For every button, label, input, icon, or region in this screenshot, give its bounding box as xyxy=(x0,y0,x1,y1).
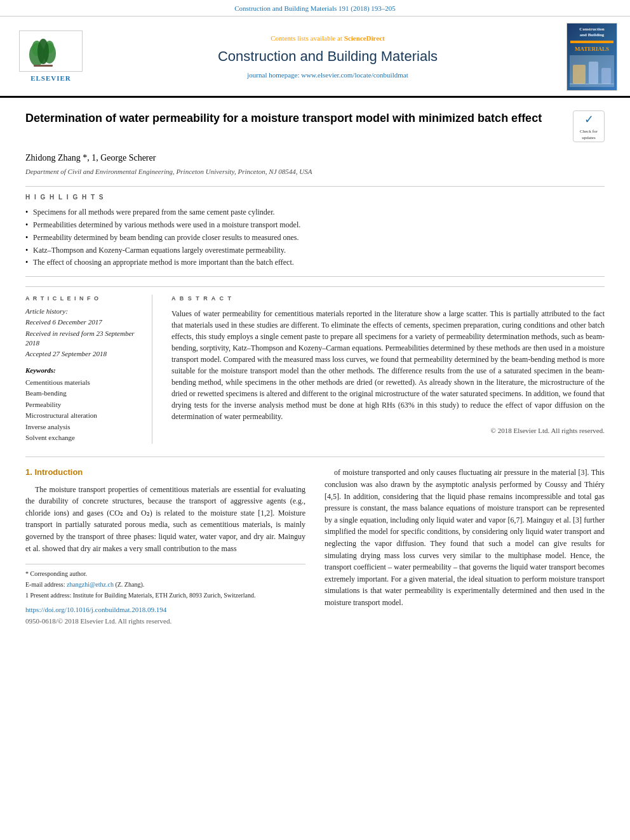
sciencedirect-text: ScienceDirect xyxy=(344,34,385,42)
cover-materials-text: MATERIALS xyxy=(575,45,609,53)
article-info-label: A R T I C L E I N F O xyxy=(25,295,142,303)
issn-line: 0950-0618/© 2018 Elsevier Ltd. All right… xyxy=(25,617,305,626)
journal-main-title: Construction and Building Materials xyxy=(102,47,554,67)
highlight-text-1: Specimens for all methods were prepared … xyxy=(33,208,275,217)
received-date: Received 6 December 2017 xyxy=(25,317,142,327)
keyword-1: Cementitious materials xyxy=(25,378,142,387)
introduction-section: 1. Introduction The moisture transport p… xyxy=(25,457,605,626)
cover-art-svg xyxy=(570,55,614,87)
highlight-text-3: Permeability determined by beam bending … xyxy=(33,233,299,242)
svg-rect-6 xyxy=(34,65,53,67)
journal-cover-image: Construction and Building MATERIALS xyxy=(566,23,617,91)
check-updates-badge: ✓ Check for updates xyxy=(573,110,605,142)
keyword-6: Solvent exchange xyxy=(25,433,142,443)
svg-rect-8 xyxy=(573,65,586,84)
keywords-label: Keywords: xyxy=(25,366,142,375)
journal-header: ELSEVIER Contents lists available at Sci… xyxy=(0,17,630,98)
elsevier-logo: ELSEVIER xyxy=(13,30,89,83)
list-item: The effect of choosing an appropriate me… xyxy=(25,257,605,268)
svg-rect-9 xyxy=(589,62,598,84)
two-column-layout: 1. Introduction The moisture transport p… xyxy=(25,467,605,626)
right-column: of moisture transported and only causes … xyxy=(325,467,605,626)
cover-title: Construction and Building xyxy=(579,27,604,38)
accepted-date: Accepted 27 September 2018 xyxy=(25,349,142,359)
copyright-line: © 2018 Elsevier Ltd. All rights reserved… xyxy=(171,426,605,436)
elsevier-tree-svg xyxy=(21,32,81,70)
intro-paragraph-1: The moisture transport properties of cem… xyxy=(25,484,305,555)
list-item: Permeability determined by beam bending … xyxy=(25,232,605,243)
section-title: 1. Introduction xyxy=(25,467,305,478)
check-for-updates-icon: ✓ xyxy=(584,112,594,128)
affiliation-text: Department of Civil and Environmental En… xyxy=(25,167,605,177)
left-column: 1. Introduction The moisture transport p… xyxy=(25,467,305,626)
list-item: Specimens for all methods were prepared … xyxy=(25,207,605,218)
keyword-3: Permeability xyxy=(25,400,142,410)
cover-decorative-image xyxy=(570,55,614,87)
keyword-2: Beam-bending xyxy=(25,389,142,398)
homepage-text: journal homepage: www.elsevier.com/locat… xyxy=(247,71,408,79)
journal-citation-bar: Construction and Building Materials 191 … xyxy=(0,0,630,17)
keyword-5: Inverse analysis xyxy=(25,422,142,432)
authors-line: Zhidong Zhang *, 1, George Scherer xyxy=(25,152,605,164)
journal-title-center: Contents lists available at ScienceDirec… xyxy=(89,34,566,81)
abstract-paragraph: Values of water permeability for cementi… xyxy=(171,308,605,422)
svg-point-5 xyxy=(37,39,49,64)
abstract-text: Values of water permeability for cementi… xyxy=(171,308,605,422)
list-item: Katz–Thompson and Kozeny-Carman equation… xyxy=(25,245,605,256)
intro-body-text-right: of moisture transported and only causes … xyxy=(325,467,605,608)
footnote-present-address: 1 Present address: Institute for Buildin… xyxy=(25,591,305,600)
cover-orange-bar xyxy=(570,41,613,43)
highlights-section: H I G H L I G H T S Specimens for all me… xyxy=(25,186,605,277)
list-item: Permeabilities determined by various met… xyxy=(25,220,605,230)
highlight-text-2: Permeabilities determined by various met… xyxy=(33,220,300,229)
info-abstract-row: A R T I C L E I N F O Article history: R… xyxy=(25,286,605,444)
contents-text: Contents lists available at xyxy=(271,34,342,42)
doi-line[interactable]: https://doi.org/10.1016/j.conbuildmat.20… xyxy=(25,605,305,615)
history-label: Article history: xyxy=(25,307,142,316)
article-body: Determination of water permeability for … xyxy=(0,98,630,639)
highlight-text-4: Katz–Thompson and Kozeny-Carman equation… xyxy=(33,246,286,255)
article-info-column: A R T I C L E I N F O Article history: R… xyxy=(25,295,152,444)
intro-paragraph-2: of moisture transported and only causes … xyxy=(325,467,605,608)
elsevier-brand-text: ELSEVIER xyxy=(30,74,71,83)
highlights-label: H I G H L I G H T S xyxy=(25,193,605,202)
journal-citation-text: Construction and Building Materials 191 … xyxy=(234,4,396,12)
highlights-list: Specimens for all methods were prepared … xyxy=(25,207,605,268)
revised-date: Received in revised form 23 September 20… xyxy=(25,329,142,349)
intro-body-text-left: The moisture transport properties of cem… xyxy=(25,484,305,555)
highlight-text-5: The effect of choosing an appropriate me… xyxy=(33,258,294,267)
footnote-email: E-mail address: zhangzhi@ethz.ch (Z. Zha… xyxy=(25,580,305,589)
elsevier-logo-image xyxy=(19,30,83,72)
journal-homepage: journal homepage: www.elsevier.com/locat… xyxy=(102,70,554,80)
check-updates-label: Check for updates xyxy=(573,129,604,142)
abstract-label: A B S T R A C T xyxy=(171,295,605,303)
abstract-column: A B S T R A C T Values of water permeabi… xyxy=(171,295,605,444)
keywords-section: Keywords: Cementitious materials Beam-be… xyxy=(25,366,142,443)
email-extra: (Z. Zhang). xyxy=(115,581,144,588)
page: Construction and Building Materials 191 … xyxy=(0,0,630,840)
sciencedirect-link[interactable]: Contents lists available at ScienceDirec… xyxy=(102,34,554,43)
footnote-corresponding: * Corresponding author. xyxy=(25,570,305,578)
svg-rect-10 xyxy=(601,68,611,84)
authors-text: Zhidong Zhang *, 1, George Scherer xyxy=(25,153,156,163)
article-title: Determination of water permeability for … xyxy=(25,110,563,126)
article-title-section: Determination of water permeability for … xyxy=(25,110,605,145)
footnotes-area: * Corresponding author. E-mail address: … xyxy=(25,564,305,626)
article-dates: Article history: Received 6 December 201… xyxy=(25,307,142,359)
email-link[interactable]: zhangzhi@ethz.ch xyxy=(67,581,114,588)
keyword-4: Microstructural alteration xyxy=(25,411,142,420)
